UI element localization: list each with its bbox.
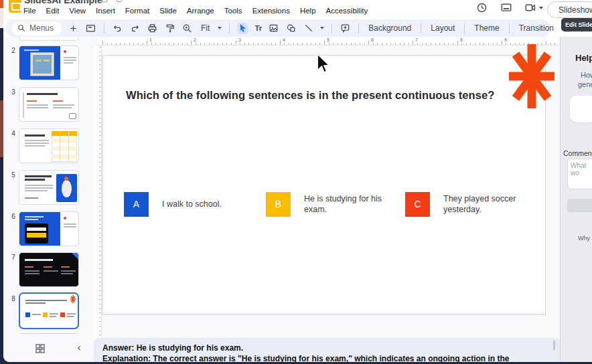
slideshow-label: Slideshow <box>559 5 592 15</box>
notes-explanation-text: Explanation: The correct answer is "He i… <box>102 354 510 362</box>
thumb-shape <box>43 312 48 317</box>
thumb-shape <box>32 314 41 315</box>
thumb-shape <box>25 145 45 147</box>
chevron-down-icon[interactable] <box>320 27 324 29</box>
answer-option-a[interactable]: A I walk to school. <box>124 191 242 217</box>
panel-title: Help u <box>575 53 592 63</box>
menu-arrange[interactable]: Arrange <box>187 7 214 15</box>
thumb-shape <box>52 131 77 136</box>
slide-thumbnail-1-partial[interactable] <box>19 37 79 41</box>
answer-option-b[interactable]: B He is studying for his exam. <box>266 191 384 217</box>
menu-view[interactable]: View <box>69 7 86 15</box>
insert-image-icon[interactable] <box>268 23 279 34</box>
slide-thumbnail-2[interactable] <box>19 46 79 80</box>
thumb-shape <box>44 270 58 272</box>
grid-view-icon[interactable] <box>35 343 46 354</box>
ruler-number: 5 <box>325 37 331 42</box>
print-icon[interactable] <box>147 23 158 34</box>
thumb-shape <box>50 316 56 317</box>
undo-icon[interactable] <box>112 23 123 34</box>
menu-file[interactable]: File <box>23 7 36 15</box>
zoom-level-select[interactable]: Fit <box>199 23 212 33</box>
layout-button[interactable]: Layout <box>429 23 457 33</box>
thumb-shape <box>25 266 33 268</box>
answer-option-c[interactable]: C They played soccer yesterday. <box>405 191 524 217</box>
select-tool-button[interactable] <box>237 23 248 34</box>
panel-footnote-link[interactable]: Why a <box>578 235 592 242</box>
background-button[interactable]: Background <box>366 23 413 33</box>
new-slide-layout-icon[interactable] <box>85 23 96 34</box>
slide-thumbnail-3[interactable] <box>19 87 79 122</box>
present-screen-icon[interactable] <box>500 2 512 16</box>
option-b-badge: B <box>266 192 291 217</box>
submit-comment-button[interactable] <box>567 199 592 212</box>
slideshow-button[interactable]: Slideshow <box>547 1 592 18</box>
thumb-shape <box>64 217 66 219</box>
search-icon <box>17 24 25 32</box>
thumb-shape <box>64 50 66 53</box>
ruler-number: 2 <box>192 37 198 42</box>
move-folder-icon[interactable] <box>101 0 108 3</box>
chevron-down-icon[interactable] <box>218 27 222 29</box>
menu-edit[interactable]: Edit <box>46 7 60 15</box>
toolbar: Menus Fit <box>5 19 550 37</box>
menu-slide[interactable]: Slide <box>159 7 177 15</box>
slide-thumbnail-6[interactable] <box>19 211 79 246</box>
slide-canvas-area: 1 2 3 4 5 6 7 8 9 Which of the following… <box>94 37 560 338</box>
option-b-text: He is studying for his exam. <box>304 193 384 215</box>
panel-body-text: How <box>581 71 592 79</box>
thumb-shape <box>61 266 70 268</box>
insert-line-icon[interactable] <box>303 23 314 34</box>
slide-editor[interactable]: Which of the following sentences is in t… <box>102 55 546 314</box>
edit-slides-tab-button[interactable]: Edit Slides V <box>561 18 592 31</box>
filmstrip-divider <box>20 333 79 334</box>
thumb-shape <box>25 179 45 181</box>
speaker-notes-panel[interactable]: Answer: He is studying for his exam. Exp… <box>94 338 561 362</box>
horizontal-ruler: 1 2 3 4 5 6 7 8 9 <box>98 37 559 46</box>
google-slides-logo-icon[interactable] <box>9 0 21 13</box>
ruler-number: 9 <box>502 37 509 42</box>
option-letter: A <box>133 199 139 209</box>
thumb-shape <box>25 273 40 274</box>
thumb-shape <box>72 253 79 261</box>
menu-help[interactable]: Help <box>300 7 316 15</box>
redo-icon[interactable] <box>129 23 141 34</box>
zoom-icon[interactable] <box>181 23 193 34</box>
insert-comment-icon[interactable] <box>340 23 351 34</box>
slide-thumbnail-4[interactable] <box>19 128 79 163</box>
menu-accessibility[interactable]: Accessibility <box>326 7 368 15</box>
thumb-shape <box>25 185 53 186</box>
version-history-icon[interactable] <box>476 2 488 16</box>
cloud-status-icon[interactable] <box>116 0 123 3</box>
thumb-shape <box>69 113 76 119</box>
menu-extensions[interactable]: Extensions <box>252 7 290 15</box>
question-text[interactable]: Which of the following sentences is in t… <box>126 88 513 103</box>
thumb-shape <box>68 131 69 162</box>
option-c-text: They played soccer yesterday. <box>443 193 524 215</box>
option-c-badge: C <box>405 192 430 217</box>
new-slide-button[interactable] <box>68 23 79 34</box>
comment-input[interactable] <box>567 159 592 189</box>
notes-scrollbar[interactable] <box>553 341 555 350</box>
join-call-button[interactable] <box>524 2 543 13</box>
paint-format-icon[interactable] <box>164 23 175 34</box>
slide-thumbnail-8-selected[interactable] <box>19 292 79 329</box>
menu-insert[interactable]: Insert <box>96 7 115 15</box>
thumb-shape <box>24 50 39 51</box>
theme-button[interactable]: Theme <box>472 23 501 33</box>
transition-button[interactable]: Transition <box>517 23 556 33</box>
rating-card[interactable] <box>570 96 592 122</box>
star-icon[interactable] <box>86 0 93 3</box>
insert-shape-icon[interactable] <box>285 23 297 34</box>
text-box-tool-button[interactable]: Tr <box>254 24 262 32</box>
thumb-shape <box>25 190 48 191</box>
slide-thumbnail-5[interactable] <box>19 170 79 205</box>
menu-format[interactable]: Format <box>125 7 149 15</box>
slide-thumbnail-7[interactable] <box>19 252 79 287</box>
collapse-filmstrip-icon[interactable] <box>76 345 83 352</box>
menu-tools[interactable]: Tools <box>224 7 242 15</box>
vertical-ruler <box>94 46 102 337</box>
toolbar-divider <box>331 23 332 33</box>
search-menus-field[interactable]: Menus <box>12 21 62 35</box>
slide-number: 5 <box>9 171 17 179</box>
